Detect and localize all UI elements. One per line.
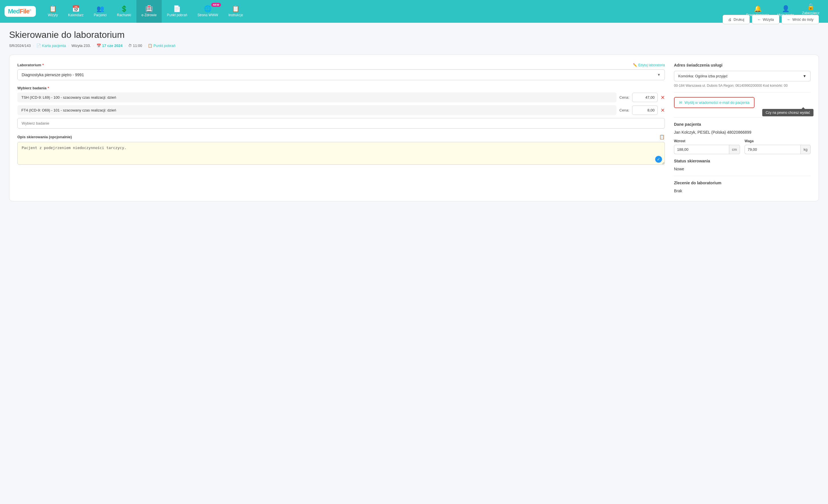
nav-items: 📋 Wizyty 📅 Kalendarz 👥 Pacjenci 💲 Rachun… xyxy=(43,0,742,23)
right-col: Adres świadczenia usługi Komórka: Ogólna… xyxy=(674,63,811,193)
test-row-2: FT4 (ICD-9: O69) - 101 - szacowany czas … xyxy=(17,105,665,115)
dollar-icon: 💲 xyxy=(120,6,128,12)
add-test-input[interactable] xyxy=(17,118,665,129)
waga-group: Waga kg xyxy=(745,139,811,154)
email-icon: ✉ xyxy=(679,100,682,105)
remove-test-2-button[interactable]: ✕ xyxy=(661,107,665,113)
wzrost-unit: cm xyxy=(729,145,740,154)
lock-icon: 🔒 xyxy=(807,4,815,10)
app-logo[interactable]: MedFile® xyxy=(5,6,36,17)
addr-detail: 00-184 Warszawa ul. Dubois 5A Regon: 061… xyxy=(674,84,811,88)
meta-id: SR/2024/143 xyxy=(9,44,31,48)
waga-unit: kg xyxy=(800,145,811,154)
remove-test-1-button[interactable]: ✕ xyxy=(661,94,665,101)
chevron-addr-icon: ▼ xyxy=(803,74,806,78)
page-content: 🖨 Drukuj ← Wizyta ← Wróć do listy Skiero… xyxy=(0,23,828,208)
measurements: Wzrost cm Waga kg xyxy=(674,139,811,154)
nav-zabezpiecz[interactable]: 🔒 Zabezpiecz 119:27 xyxy=(798,0,823,23)
status-value: Nowe xyxy=(674,167,811,171)
book-icon: 📋 xyxy=(232,6,240,12)
pencil-icon: ✏️ xyxy=(633,63,637,67)
clipboard-icon: 📋 xyxy=(49,6,57,12)
main-card: Laboratorium * ✏️ Edytuj laboratoria Dia… xyxy=(9,55,819,201)
calendar-icon: 📅 xyxy=(72,6,80,12)
navbar: MedFile® 📋 Wizyty 📅 Kalendarz 👥 Pacjenci… xyxy=(0,0,828,23)
clock-icon: ⏱ xyxy=(128,44,132,48)
bell-icon: 🔔 xyxy=(754,6,762,12)
divider-3 xyxy=(674,176,811,176)
patient-title: Dane pacjenta xyxy=(674,122,811,127)
copy-icon[interactable]: 📋 xyxy=(659,134,665,140)
test-name-1: TSH (ICD-9: L69) - 100 - szacowany czas … xyxy=(17,92,616,102)
test-row-1: TSH (ICD-9: L69) - 100 - szacowany czas … xyxy=(17,92,665,102)
addr-title: Adres świadczenia usługi xyxy=(674,63,811,67)
lab-label: Laboratorium * ✏️ Edytuj laboratoria xyxy=(17,63,665,67)
logo-text: MedFile® xyxy=(8,8,31,15)
meta-karta-link[interactable]: 📄 Karta pacjenta xyxy=(36,44,66,48)
required-marker: * xyxy=(42,63,44,67)
nav-powiadomienia[interactable]: 🔔 Powiadomienia xyxy=(742,0,773,23)
nav-wizyty[interactable]: 📋 Wizyty xyxy=(43,0,63,23)
divider-2 xyxy=(674,117,811,118)
patient-name: Jan Kolczyk, PESEL (Polska) 48020866899 xyxy=(674,130,811,135)
chevron-down-icon: ▼ xyxy=(657,73,661,77)
nav-punkt-pobran[interactable]: 📄 Punkt pobrań xyxy=(162,0,192,23)
page-meta: SR/2024/143 · 📄 Karta pacjenta · Wizyta … xyxy=(9,44,819,48)
waga-label: Waga xyxy=(745,139,811,143)
meta-punkt[interactable]: 📋 Punkt pobrań xyxy=(148,44,175,48)
required-marker-2: * xyxy=(48,86,49,90)
zlecenie-section: Zlecenie do laboratorium Brak xyxy=(674,181,811,193)
zlecenie-value: Brak xyxy=(674,189,811,193)
test-name-2: FT4 (ICD-9: O69) - 101 - szacowany czas … xyxy=(17,105,616,115)
meta-time: ⏱ 11:00 xyxy=(128,44,142,48)
punkt-icon: 📋 xyxy=(148,44,152,48)
new-badge: NEW xyxy=(211,3,221,7)
nav-pacjenci[interactable]: 👥 Pacjenci xyxy=(89,0,112,23)
meta-date: 📅 17 cze 2024 xyxy=(96,44,123,48)
status-section: Status skierowania Nowe xyxy=(674,159,811,171)
wzrost-group: Wzrost cm xyxy=(674,139,740,154)
addr-select[interactable]: Komórka: Ogólna izba przyjęć ▼ xyxy=(674,71,811,81)
price-label-1: Cena: xyxy=(619,95,629,99)
nav-right: 🔔 Powiadomienia 👤 Moje konto 🔒 Zabezpiec… xyxy=(742,0,823,23)
confirm-desc-button[interactable]: ✓ xyxy=(655,156,662,163)
person-icon: 👤 xyxy=(782,6,790,12)
nav-kalendarz[interactable]: 📅 Kalendarz xyxy=(63,0,89,23)
desc-textarea[interactable]: Pacjent z podejrzeniem niedoczynności ta… xyxy=(17,142,665,165)
nav-rachunki[interactable]: 💲 Rachunki xyxy=(112,0,136,23)
lab-select[interactable]: Diagnostyka pierwsze piętro - 9991 ▼ xyxy=(17,70,665,80)
divider-1 xyxy=(674,92,811,92)
waga-input-row: kg xyxy=(745,145,811,154)
price-input-1[interactable] xyxy=(632,93,658,102)
meta-wizyta: Wizyta 233. xyxy=(72,44,91,48)
wzrost-input[interactable] xyxy=(674,145,729,154)
zlecenie-title: Zlecenie do laboratorium xyxy=(674,181,811,185)
calendar-meta-icon: 📅 xyxy=(96,44,101,48)
send-email-button[interactable]: ✉ Wyślij w wiadomości e-mail do pacjenta xyxy=(674,97,754,108)
desc-wrapper: Pacjent z podejrzeniem niedoczynności ta… xyxy=(17,142,665,166)
users-icon: 👥 xyxy=(96,6,104,12)
nav-moje-konto[interactable]: 👤 Moje konto xyxy=(773,0,798,23)
waga-input[interactable] xyxy=(745,145,800,154)
email-tooltip: Czy na pewno chcesz wysłać xyxy=(762,109,814,116)
globe-icon: 🌐 xyxy=(204,6,212,12)
nav-strona-www[interactable]: NEW 🌐 Strona WWW xyxy=(193,0,223,23)
medical-icon: 🏥 xyxy=(145,6,153,12)
wzrost-input-row: cm xyxy=(674,145,740,154)
wzrost-label: Wzrost xyxy=(674,139,740,143)
desc-label: Opis skierowania (opcjonalnie) 📋 xyxy=(17,134,665,140)
nav-ezdrowie[interactable]: 🏥 e-Zdrowie xyxy=(136,0,162,23)
status-title: Status skierowania xyxy=(674,159,811,163)
left-col: Laboratorium * ✏️ Edytuj laboratoria Dia… xyxy=(17,63,665,193)
tests-label: Wybierz badania * xyxy=(17,86,665,90)
price-input-2[interactable] xyxy=(632,105,658,115)
email-btn-wrapper: ✉ Wyślij w wiadomości e-mail do pacjenta… xyxy=(674,97,811,112)
page-title: Skierowanie do laboratorium xyxy=(9,30,819,40)
nav-instrukcje[interactable]: 📋 Instrukcje xyxy=(223,0,248,23)
document-icon: 📄 xyxy=(173,6,181,12)
file-icon: 📄 xyxy=(36,44,41,48)
edit-lab-link[interactable]: ✏️ Edytuj laboratoria xyxy=(633,63,665,67)
patient-section: Dane pacjenta Jan Kolczyk, PESEL (Polska… xyxy=(674,122,811,135)
price-label-2: Cena: xyxy=(619,108,629,112)
